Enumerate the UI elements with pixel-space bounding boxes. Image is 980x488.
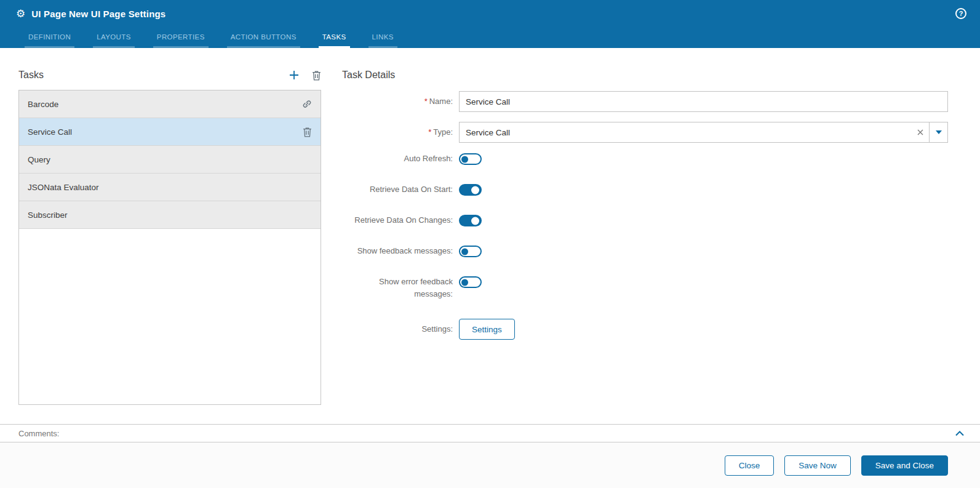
page-title: UI Page New UI Page Settings xyxy=(31,9,165,19)
required-marker: * xyxy=(424,97,428,106)
save-and-close-button[interactable]: Save and Close xyxy=(861,455,948,476)
tab-links[interactable]: LINKS xyxy=(368,27,397,48)
tasks-panel-header: Tasks xyxy=(18,66,321,84)
required-marker: * xyxy=(428,127,431,137)
delete-task-button[interactable] xyxy=(312,70,321,81)
tab-layouts[interactable]: LAYOUTS xyxy=(93,27,135,48)
trash-icon xyxy=(303,127,312,137)
name-label: *Name: xyxy=(342,91,459,112)
task-row-subscriber[interactable]: Subscriber xyxy=(19,201,321,229)
clear-icon[interactable] xyxy=(912,129,929,135)
task-row-jsonata-evaluator[interactable]: JSONata Evaluator xyxy=(19,174,321,201)
show-feedback-toggle[interactable] xyxy=(459,246,482,257)
task-list: Barcode Service Call Query JSONata Evalu… xyxy=(18,90,321,405)
auto-refresh-toggle[interactable] xyxy=(459,153,482,165)
name-input[interactable] xyxy=(459,91,948,112)
settings-row: Settings: Settings xyxy=(342,319,948,340)
task-row-query[interactable]: Query xyxy=(19,146,321,174)
auto-refresh-row: Auto Refresh: xyxy=(342,153,948,165)
auto-refresh-label: Auto Refresh: xyxy=(342,153,459,165)
save-now-button[interactable]: Save Now xyxy=(784,455,851,476)
collapse-comments-button[interactable] xyxy=(955,431,964,436)
chevron-down-icon xyxy=(936,130,942,134)
dropdown-button[interactable] xyxy=(929,122,947,142)
settings-label: Settings: xyxy=(342,319,459,340)
plus-icon xyxy=(289,70,300,81)
retrieve-on-start-label: Retrieve Data On Start: xyxy=(342,183,459,196)
task-row-label: JSONata Evaluator xyxy=(28,183,99,192)
task-row-label: Subscriber xyxy=(28,210,68,220)
tab-action-buttons[interactable]: ACTION BUTTONS xyxy=(227,27,300,48)
task-row-label: Barcode xyxy=(28,100,58,109)
help-icon[interactable]: ? xyxy=(955,8,966,19)
task-details-panel: Task Details *Name: *Type: Auto Re xyxy=(342,66,948,424)
title-row: ⚙ UI Page New UI Page Settings ? xyxy=(0,0,980,27)
show-error-feedback-row: Show error feedback messages: xyxy=(342,276,948,300)
delete-row-button[interactable] xyxy=(303,127,312,137)
footer-bar: Close Save Now Save and Close xyxy=(0,442,980,488)
show-error-feedback-toggle[interactable] xyxy=(459,276,482,288)
comments-bar: Comments: xyxy=(0,424,980,442)
type-input[interactable] xyxy=(460,122,912,142)
add-task-button[interactable] xyxy=(289,70,300,81)
task-row-label: Service Call xyxy=(28,127,72,137)
retrieve-on-changes-toggle[interactable] xyxy=(459,215,482,226)
tab-properties[interactable]: PROPERTIES xyxy=(153,27,209,48)
tab-tasks[interactable]: TASKS xyxy=(319,27,350,48)
linked-task-button[interactable] xyxy=(302,99,312,109)
retrieve-on-changes-label: Retrieve Data On Changes: xyxy=(342,214,459,226)
task-row-service-call[interactable]: Service Call xyxy=(19,118,321,146)
gear-icon: ⚙ xyxy=(16,9,25,19)
tasks-panel-title: Tasks xyxy=(18,70,44,81)
top-bar: ⚙ UI Page New UI Page Settings ? DEFINIT… xyxy=(0,0,980,48)
retrieve-on-start-row: Retrieve Data On Start: xyxy=(342,183,948,196)
trash-icon xyxy=(312,70,321,81)
tab-bar: DEFINITION LAYOUTS PROPERTIES ACTION BUT… xyxy=(0,27,980,48)
type-combobox[interactable] xyxy=(459,122,948,143)
tasks-panel: Tasks Barcode Service Call xyxy=(18,66,321,424)
task-row-barcode[interactable]: Barcode xyxy=(19,90,321,118)
main-content: Tasks Barcode Service Call xyxy=(0,48,980,424)
link-icon xyxy=(302,99,312,109)
task-details-title: Task Details xyxy=(342,66,948,84)
settings-button[interactable]: Settings xyxy=(459,319,515,340)
retrieve-on-changes-row: Retrieve Data On Changes: xyxy=(342,214,948,226)
show-feedback-label: Show feedback messages: xyxy=(342,245,459,257)
retrieve-on-start-toggle[interactable] xyxy=(459,184,482,196)
close-button[interactable]: Close xyxy=(725,455,775,476)
comments-label: Comments: xyxy=(18,429,59,438)
name-row: *Name: xyxy=(342,91,948,112)
chevron-up-icon xyxy=(955,431,964,436)
show-feedback-row: Show feedback messages: xyxy=(342,245,948,257)
type-label: *Type: xyxy=(342,122,459,143)
show-error-feedback-label: Show error feedback messages: xyxy=(342,276,459,300)
tab-definition[interactable]: DEFINITION xyxy=(25,27,74,48)
type-row: *Type: xyxy=(342,122,948,143)
task-row-label: Query xyxy=(28,155,50,164)
